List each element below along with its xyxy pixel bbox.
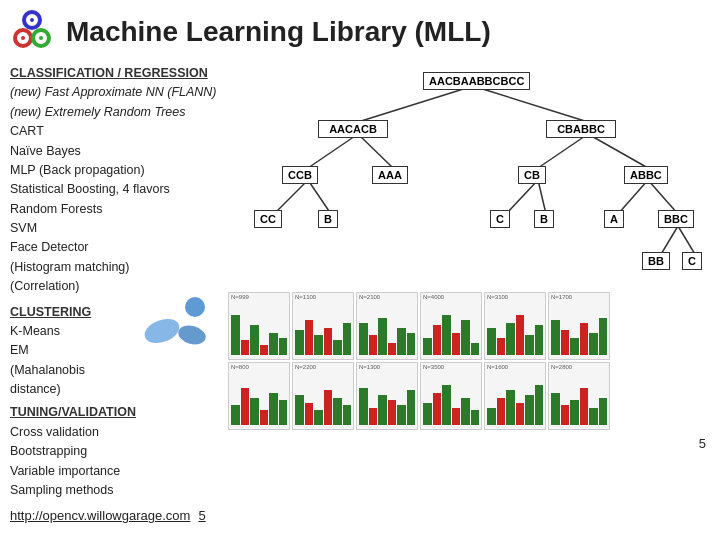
- chart-5: N=3100: [484, 292, 546, 360]
- left-panel: CLASSIFICATION / REGRESSION (new) Fast A…: [10, 60, 220, 526]
- tree-node-c2: C: [682, 252, 702, 270]
- svg-point-7: [141, 314, 182, 347]
- right-panel: AACBAABBCBCC AACACB CBABBC CCB AAA CB AB…: [228, 60, 710, 526]
- tree-node-a: A: [604, 210, 624, 228]
- item-variable-importance: Variable importance: [10, 462, 220, 481]
- item-svm: SVM: [10, 219, 220, 238]
- tree-node-left1: AACACB: [318, 120, 388, 138]
- chart-6: N=1700: [548, 292, 610, 360]
- item-kmeans: K-Means: [10, 322, 134, 341]
- tree-node-right1: CBABBC: [546, 120, 616, 138]
- item-bootstrapping: Bootstrapping: [10, 442, 220, 461]
- chart-12: N=2800: [548, 362, 610, 430]
- clustering-graphic: [140, 295, 220, 351]
- tree-node-b1: B: [318, 210, 338, 228]
- svg-line-11: [308, 134, 358, 168]
- tree-node-ccb: CCB: [282, 166, 318, 184]
- header: Machine Learning Library (MLL): [0, 0, 720, 60]
- svg-line-18: [538, 180, 546, 214]
- svg-line-15: [274, 180, 308, 214]
- svg-line-9: [358, 86, 473, 122]
- svg-line-12: [358, 134, 393, 168]
- page-number-right: 5: [699, 436, 706, 451]
- url-text: http://opencv.willowgarage.com: [10, 506, 190, 526]
- tree-node-cb: CB: [518, 166, 546, 184]
- item-histogram: (Histogram matching): [10, 258, 220, 277]
- svg-line-14: [588, 134, 648, 168]
- item-random-forests: Random Forests: [10, 200, 220, 219]
- svg-point-5: [39, 36, 43, 40]
- svg-point-4: [21, 36, 25, 40]
- tree-node-aaa: AAA: [372, 166, 408, 184]
- chart-7: N=800: [228, 362, 290, 430]
- item-naive-bayes: Naïve Bayes: [10, 142, 220, 161]
- tree-node-cc: CC: [254, 210, 282, 228]
- svg-line-19: [618, 180, 648, 214]
- url-row: http://opencv.willowgarage.com 5: [10, 506, 220, 526]
- svg-line-10: [473, 86, 588, 122]
- chart-10: N=3500: [420, 362, 482, 430]
- clustering-section: CLUSTERING K-Means EM (Mahalanobis dista…: [10, 299, 220, 400]
- chart-2: N=1100: [292, 292, 354, 360]
- item-cross-validation: Cross validation: [10, 423, 220, 442]
- tree-node-bbc: BBC: [658, 210, 694, 228]
- charts-grid: N=999 N=1100: [228, 292, 710, 430]
- tree-diagram: AACBAABBCBCC AACACB CBABBC CCB AAA CB AB…: [228, 60, 710, 290]
- opencv-logo: [10, 10, 54, 54]
- item-sampling: Sampling methods: [10, 481, 220, 500]
- tree-node-abbc: ABBC: [624, 166, 668, 184]
- svg-point-3: [30, 18, 34, 22]
- page-number-left: 5: [198, 506, 205, 526]
- item-mahalanobis: (Mahalanobis distance): [10, 361, 134, 400]
- page-title: Machine Learning Library (MLL): [66, 16, 491, 48]
- chart-1: N=999: [228, 292, 290, 360]
- svg-line-13: [538, 134, 588, 168]
- svg-line-20: [648, 180, 678, 214]
- classification-header: CLASSIFICATION / REGRESSION: [10, 64, 220, 83]
- item-mlp: MLP (Back propagation): [10, 161, 220, 180]
- svg-line-16: [308, 180, 331, 214]
- tree-node-root: AACBAABBCBCC: [423, 72, 530, 90]
- chart-4: N=4000: [420, 292, 482, 360]
- chart-9: N=1300: [356, 362, 418, 430]
- tuning-header: TUNING/VALIDATION: [10, 403, 220, 422]
- item-boosting: Statistical Boosting, 4 flavors: [10, 180, 220, 199]
- tree-node-c1: C: [490, 210, 510, 228]
- main-content: CLASSIFICATION / REGRESSION (new) Fast A…: [0, 60, 720, 526]
- item-flann: (new) Fast Approximate NN (FLANN): [10, 83, 220, 102]
- svg-line-17: [506, 180, 538, 214]
- item-ert: (new) Extremely Random Trees: [10, 103, 220, 122]
- tree-node-b2: B: [534, 210, 554, 228]
- chart-3: N=2100: [356, 292, 418, 360]
- item-em: EM: [10, 341, 134, 360]
- tree-node-bb: BB: [642, 252, 670, 270]
- clustering-header: CLUSTERING: [10, 303, 134, 322]
- svg-point-6: [185, 297, 205, 317]
- item-cart: CART: [10, 122, 220, 141]
- chart-8: N=2200: [292, 362, 354, 430]
- svg-point-8: [176, 322, 208, 347]
- chart-11: N=1600: [484, 362, 546, 430]
- item-face-detector: Face Detector: [10, 238, 220, 257]
